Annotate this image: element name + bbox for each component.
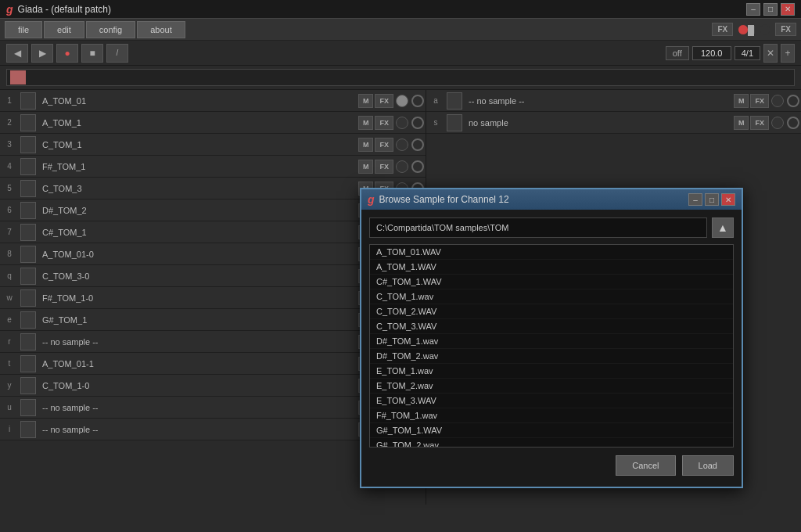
dialog-minimize-button[interactable]: – <box>688 193 702 206</box>
file-item[interactable]: A_TOM_1.WAV <box>370 260 733 275</box>
file-item[interactable]: C_TOM_1.wav <box>370 289 733 304</box>
file-item[interactable]: A_TOM_01.WAV <box>370 245 733 260</box>
path-row: ▲ <box>369 217 734 238</box>
file-item[interactable]: E_TOM_2.wav <box>370 379 733 394</box>
file-item[interactable]: G#_TOM_2.wav <box>370 438 733 448</box>
file-list[interactable]: A_TOM_01.WAVA_TOM_1.WAVC#_TOM_1.WAVC_TOM… <box>369 244 734 448</box>
path-input[interactable] <box>369 217 707 238</box>
dialog-titlebar: g Browse Sample for Channel 12 – □ ✕ <box>361 189 742 210</box>
cancel-button[interactable]: Cancel <box>616 455 675 476</box>
file-item[interactable]: D#_TOM_1.wav <box>370 334 733 349</box>
file-item[interactable]: E_TOM_1.wav <box>370 364 733 379</box>
dialog-title-left: g Browse Sample for Channel 12 <box>368 193 509 206</box>
dialog-title: Browse Sample for Channel 12 <box>379 194 509 205</box>
dialog-close-button[interactable]: ✕ <box>721 193 735 206</box>
file-item[interactable]: F#_TOM_1.wav <box>370 408 733 423</box>
load-button[interactable]: Load <box>682 455 734 476</box>
file-item[interactable]: C_TOM_3.WAV <box>370 319 733 334</box>
dialog-footer: Cancel Load <box>369 455 734 479</box>
dialog-body: ▲ A_TOM_01.WAVA_TOM_1.WAVC#_TOM_1.WAVC_T… <box>361 210 742 487</box>
file-item[interactable]: C#_TOM_1.WAV <box>370 275 733 289</box>
file-item[interactable]: D#_TOM_2.wav <box>370 349 733 364</box>
dialog-maximize-button[interactable]: □ <box>705 193 719 206</box>
dialog-overlay: g Browse Sample for Channel 12 – □ ✕ ▲ A… <box>0 0 801 532</box>
file-item[interactable]: E_TOM_3.WAV <box>370 394 733 408</box>
path-up-button[interactable]: ▲ <box>712 217 734 238</box>
file-item[interactable]: C_TOM_2.WAV <box>370 304 733 319</box>
dialog-app-icon: g <box>368 193 375 206</box>
dialog-controls: – □ ✕ <box>688 193 735 206</box>
browse-dialog: g Browse Sample for Channel 12 – □ ✕ ▲ A… <box>360 188 743 488</box>
file-item[interactable]: G#_TOM_1.WAV <box>370 423 733 438</box>
